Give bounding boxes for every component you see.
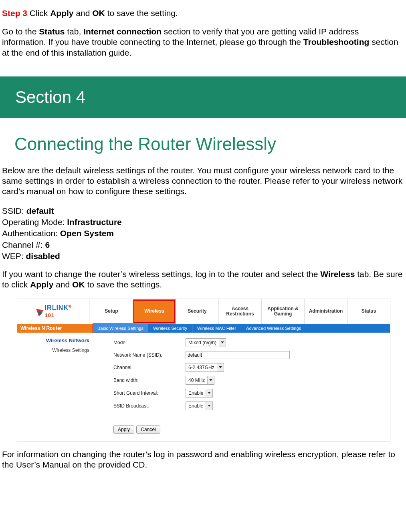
subtab-mac-filter[interactable]: Wireless MAC Filter [192, 324, 241, 333]
label-ssid: Network Name (SSID): [113, 352, 186, 358]
chevron-down-icon [206, 402, 212, 410]
status-paragraph: Go to the Status tab, Internet connectio… [0, 26, 406, 58]
apply-button[interactable]: Apply [113, 426, 134, 434]
section-title: Connecting the Router Wirelessly [0, 134, 406, 154]
tab-app-gaming[interactable]: Application & Gaming [261, 299, 304, 324]
select-channel[interactable]: 6-2.437GHz [186, 363, 224, 372]
step3-line: Step 3 Click Apply and OK to save the se… [0, 8, 406, 18]
tab-access-restrictions[interactable]: Access Restrictions [218, 299, 261, 324]
sub-tabs: Basic Wireless Settings Wireless Securit… [93, 324, 390, 333]
wireless-form: Mode: Mixed (n/g/b) Network Name (SSID):… [93, 333, 390, 442]
tab-administration[interactable]: Administration [304, 299, 347, 324]
select-sgi[interactable]: Enable [186, 389, 213, 397]
side-label: Wireless Settings [17, 347, 89, 353]
label-channel: Channel: [113, 365, 186, 370]
subbar-title: Wireless N Router [17, 324, 93, 333]
cancel-button[interactable]: Cancel [136, 426, 160, 434]
label-ssid-broadcast: SSID Broadcast: [113, 403, 186, 409]
chevron-down-icon [219, 339, 226, 347]
select-bandwidth[interactable]: 40 MHz [186, 376, 214, 385]
subtab-wireless-security[interactable]: Wireless Security [148, 324, 192, 333]
tab-wireless[interactable]: Wireless [133, 299, 176, 324]
chevron-down-icon [207, 376, 214, 384]
logo-icon [36, 307, 45, 316]
tab-setup[interactable]: Setup [90, 299, 133, 324]
airlink-logo: IRLINK®101 [17, 299, 90, 324]
router-ui-screenshot: IRLINK®101 Setup Wireless Security Acces… [17, 299, 390, 442]
main-tabs: Setup Wireless Security Access Restricti… [90, 299, 390, 324]
logo-text: IRLINK®101 [45, 304, 72, 319]
input-ssid[interactable] [186, 351, 290, 359]
label-sgi: Short Guard Interval: [113, 390, 186, 396]
tab-security[interactable]: Security [176, 299, 218, 324]
side-title: Wireless Network [17, 337, 89, 343]
section-banner: Section 4 [0, 76, 406, 118]
select-ssid-broadcast[interactable]: Enable [186, 402, 213, 410]
section-description: Below are the default wireless settings … [0, 165, 406, 197]
chevron-down-icon [206, 389, 212, 397]
footer-paragraph: For information on changing the router’s… [0, 449, 406, 470]
subtab-basic-wireless[interactable]: Basic Wireless Settings [93, 323, 148, 333]
chevron-down-icon [217, 363, 224, 371]
label-bandwidth: Band width: [113, 377, 186, 383]
tab-status[interactable]: Status [347, 299, 390, 324]
change-settings-paragraph: If you want to change the router’s wirel… [0, 269, 406, 290]
default-settings-list: SSID: default Operating Mode: Infrastruc… [0, 205, 406, 262]
subtab-advanced-wireless[interactable]: Advanced Wireless Settings [241, 324, 306, 333]
select-mode[interactable]: Mixed (n/g/b) [186, 338, 226, 347]
step3-label: Step 3 [2, 8, 27, 18]
label-mode: Mode: [113, 340, 186, 345]
